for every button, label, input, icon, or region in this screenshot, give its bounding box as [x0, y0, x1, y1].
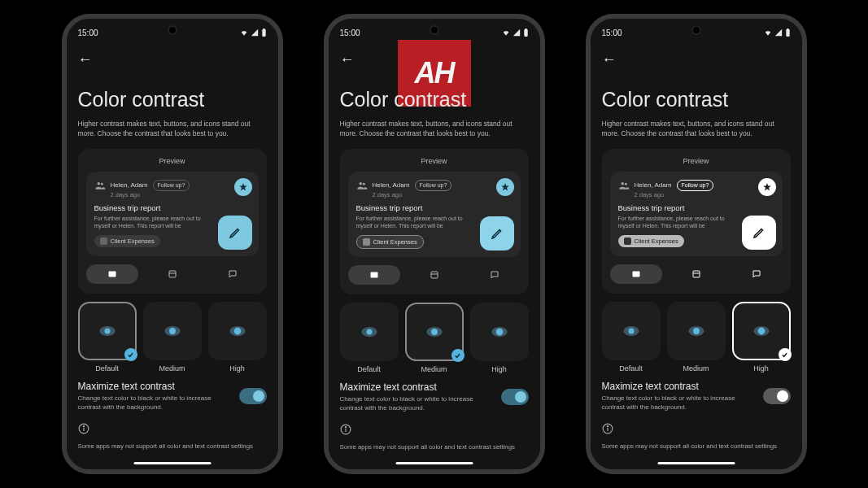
maximize-toggle[interactable]: [239, 388, 267, 404]
svg-rect-1: [263, 28, 264, 29]
contrast-options: Default Medium High: [78, 302, 267, 373]
attachment-chip[interactable]: Client Expenses: [94, 235, 160, 247]
followup-chip[interactable]: Follow up?: [677, 180, 714, 191]
edit-icon: [752, 225, 766, 240]
page-title: Color contrast: [78, 88, 267, 111]
compose-fab[interactable]: [218, 216, 252, 250]
contrast-label: Default: [602, 364, 661, 373]
signal-icon: [513, 28, 521, 37]
phone-mockup-medium: AH 15:00 ← Color contrast Higher contras…: [324, 14, 545, 474]
contrast-option-high[interactable]: High: [470, 303, 529, 373]
attachment-chip[interactable]: Client Expenses: [356, 235, 424, 249]
contrast-option-high[interactable]: High: [732, 302, 791, 373]
contrast-options: Default Medium High: [602, 302, 791, 373]
followup-chip[interactable]: Follow up?: [415, 180, 452, 191]
maximize-toggle[interactable]: [763, 388, 791, 404]
eye-icon: [164, 325, 181, 337]
svg-rect-0: [262, 29, 265, 37]
contrast-options: Default Medium High: [340, 303, 529, 373]
chat-icon: [490, 270, 499, 280]
home-indicator[interactable]: [395, 462, 473, 464]
footer-note: Some apps may not support all color and …: [78, 442, 267, 450]
view-chat-button[interactable]: [207, 264, 259, 284]
home-indicator[interactable]: [657, 462, 735, 464]
view-card-button[interactable]: [348, 265, 400, 285]
file-icon: [624, 237, 631, 245]
maximize-subtitle: Change text color to black or white to i…: [78, 394, 231, 412]
status-time: 15:00: [602, 28, 622, 37]
check-icon: [454, 352, 461, 359]
svg-point-42: [693, 328, 700, 334]
battery-icon: [785, 28, 791, 37]
followup-chip[interactable]: Follow up?: [153, 180, 190, 191]
view-card-button[interactable]: [86, 264, 138, 284]
chat-icon: [228, 269, 238, 279]
info-icon[interactable]: [340, 424, 529, 438]
svg-rect-4: [108, 272, 116, 277]
svg-rect-5: [169, 271, 176, 277]
compose-fab[interactable]: [480, 216, 514, 251]
view-list-button[interactable]: [670, 264, 722, 284]
header-bar: ←: [340, 41, 529, 73]
contrast-option-default[interactable]: Default: [78, 302, 137, 373]
info-icon[interactable]: [602, 423, 791, 438]
attachment-chip[interactable]: Client Expenses: [618, 235, 684, 247]
status-icons: [240, 28, 267, 37]
star-button[interactable]: [496, 178, 514, 196]
view-chat-button[interactable]: [469, 265, 521, 285]
people-icon: [356, 180, 368, 191]
maximize-title: Maximize text contrast: [78, 381, 231, 392]
contrast-label: Medium: [143, 364, 202, 373]
battery-icon: [523, 28, 529, 37]
contrast-label: High: [208, 364, 267, 373]
maximize-toggle-row: Maximize text contrast Change text color…: [340, 381, 529, 412]
compose-fab[interactable]: [742, 216, 776, 250]
phone-camera: [168, 25, 177, 35]
star-button[interactable]: [758, 178, 776, 196]
status-icons: [764, 28, 791, 37]
view-list-button[interactable]: [408, 265, 460, 285]
svg-point-18: [359, 182, 362, 185]
contrast-option-medium[interactable]: Medium: [405, 303, 464, 373]
eye-icon: [229, 325, 246, 337]
home-indicator[interactable]: [133, 462, 211, 464]
view-switcher: [86, 264, 259, 284]
svg-point-44: [757, 328, 765, 335]
email-subject: Business trip report: [94, 203, 251, 212]
status-time: 15:00: [340, 28, 360, 37]
preview-label: Preview: [86, 157, 259, 165]
contrast-option-default[interactable]: Default: [340, 303, 399, 373]
back-icon[interactable]: ←: [78, 51, 93, 68]
view-list-button[interactable]: [146, 264, 198, 284]
email-subject: Business trip report: [356, 203, 513, 212]
back-icon[interactable]: ←: [602, 51, 617, 68]
svg-rect-37: [693, 271, 700, 277]
card-view-icon: [107, 269, 117, 279]
info-icon[interactable]: [78, 423, 267, 438]
view-chat-button[interactable]: [731, 264, 783, 284]
back-icon[interactable]: ←: [340, 51, 355, 68]
page-title: Color contrast: [602, 88, 791, 111]
check-badge: [779, 348, 792, 361]
card-view-icon: [631, 269, 641, 279]
maximize-toggle[interactable]: [501, 389, 529, 405]
maximize-subtitle: Change text color to black or white to i…: [340, 395, 493, 412]
star-button[interactable]: [234, 178, 252, 196]
preview-label: Preview: [348, 157, 521, 165]
footer-note: Some apps may not support all color and …: [602, 442, 791, 450]
contrast-label: Medium: [667, 364, 726, 373]
signal-icon: [251, 28, 259, 37]
list-view-icon: [168, 269, 177, 279]
phone-camera: [430, 25, 439, 35]
battery-icon: [261, 28, 267, 37]
eye-icon: [98, 325, 116, 337]
contrast-option-default[interactable]: Default: [602, 302, 661, 373]
eye-icon: [491, 326, 508, 338]
contrast-option-medium[interactable]: Medium: [667, 302, 726, 373]
email-header: Helen, Adam Follow up? 2 days ago: [94, 180, 251, 198]
email-subject: Business trip report: [618, 203, 774, 212]
view-card-button[interactable]: [610, 264, 662, 284]
contrast-option-medium[interactable]: Medium: [143, 302, 202, 373]
contrast-option-high[interactable]: High: [208, 302, 267, 373]
email-header: Helen, Adam Follow up? 2 days ago: [356, 180, 513, 198]
